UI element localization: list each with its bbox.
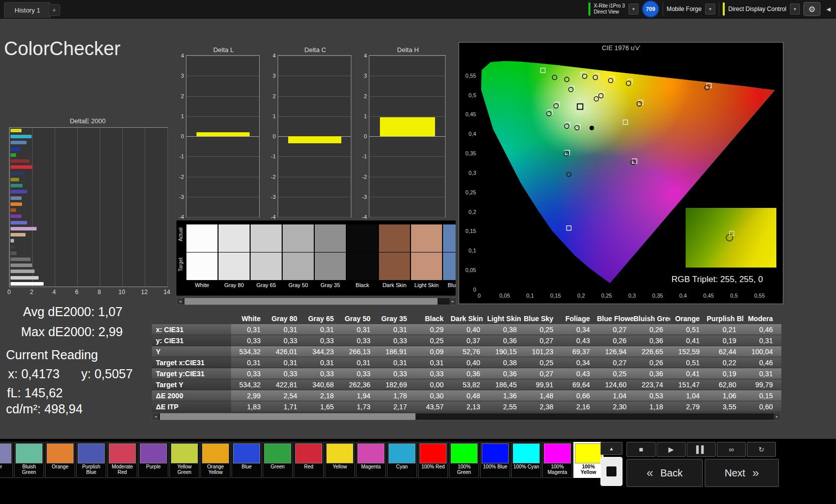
patch-button-orange[interactable]: Orange: [45, 442, 75, 478]
table-cell: 0,19: [707, 370, 743, 378]
grid-line: [186, 116, 259, 117]
table-cell: 344,23: [304, 348, 341, 356]
scroll-right-icon[interactable]: ►: [774, 413, 780, 420]
patch-button-moderate-red[interactable]: Moderate Red: [107, 442, 137, 478]
table-cell: 223,74: [634, 381, 670, 389]
grid-line: [369, 177, 445, 177]
colorchecker-swatch: Gray 80: [219, 224, 250, 288]
scrollbar-track[interactable]: [183, 298, 450, 305]
patch-button-purplish-blue[interactable]: Purplish Blue: [76, 442, 106, 478]
y-tick-label: 2: [181, 93, 184, 99]
scroll-right-icon[interactable]: ►: [450, 298, 456, 305]
swatch-scrollbar[interactable]: ◄ ►: [176, 298, 457, 305]
stop-button[interactable]: ■: [626, 442, 656, 457]
delta-c-y-axis: 43210-1-2-3-4: [270, 56, 276, 217]
patch-button-red[interactable]: Red: [294, 442, 324, 478]
cie-x-tick: 0,3: [628, 293, 636, 299]
y-tick-label: -4: [362, 214, 367, 220]
patch-button-orange-yellow[interactable]: Orange Yellow: [200, 442, 231, 478]
swatch-target: [219, 253, 250, 280]
back-button[interactable]: « Back: [626, 459, 703, 487]
next-label: Next: [725, 467, 745, 479]
meter-dropdown-chevron-icon[interactable]: ▼: [629, 4, 639, 15]
patch-button-100-green[interactable]: 100% Green: [449, 442, 479, 478]
tab-history-1[interactable]: History 1: [4, 2, 51, 18]
patch-color: [295, 443, 322, 463]
table-cell: 1,71: [268, 403, 304, 411]
grid-line: [369, 197, 445, 197]
table-cell: 0,31: [268, 326, 304, 334]
table-cell: 226,65: [634, 348, 670, 356]
display-control-selector[interactable]: Direct Display Control: [728, 6, 786, 13]
meter-selector[interactable]: X-Rite i1Pro 3 Direct View: [594, 3, 625, 15]
settings-gear-icon[interactable]: ⚙: [803, 2, 820, 16]
table-cell: 100,04: [743, 348, 780, 356]
scroll-left-icon[interactable]: ◄: [177, 298, 183, 305]
add-tab-button[interactable]: +: [48, 4, 60, 16]
table-cell: 0,25: [414, 337, 451, 345]
continuous-button[interactable]: ∞: [717, 442, 746, 457]
y-tick-label: -3: [179, 194, 184, 200]
delta-l-title: Delta L: [186, 46, 261, 54]
loop-button[interactable]: ↻: [747, 442, 776, 457]
scrollbar-thumb[interactable]: [160, 413, 415, 420]
delta-l-plot: [186, 55, 260, 217]
patch-button-100-red[interactable]: 100% Red: [418, 442, 448, 478]
patch-button-cyan[interactable]: Cyan: [387, 442, 417, 478]
y-tick-label: 2: [273, 93, 276, 99]
table-cell: 1,48: [524, 392, 560, 400]
grid-line: [278, 197, 351, 197]
swatch-label: White: [186, 282, 218, 288]
patch-label: Bluish Green: [15, 464, 44, 475]
column-header: Gray 35: [377, 315, 414, 323]
patch-button-yellow-green[interactable]: Yellow Green: [169, 442, 199, 478]
scrollbar-thumb[interactable]: [184, 298, 438, 305]
patch-button-100-magenta[interactable]: 100% Magenta: [542, 442, 572, 478]
deltae-bar: [11, 159, 30, 163]
patch-button-100-blue[interactable]: 100% Blue: [480, 442, 510, 478]
table-cell: 422,81: [268, 381, 304, 389]
patch-button-wer[interactable]: wer: [0, 442, 13, 478]
pattern-up-button[interactable]: ▲: [600, 442, 622, 455]
table-scrollbar[interactable]: ◄ ►: [152, 413, 781, 420]
display-control-chevron-icon[interactable]: ▼: [790, 4, 800, 15]
patch-color: [16, 443, 43, 463]
patch-button-green[interactable]: Green: [263, 442, 293, 478]
cie-x-tick: 0,55: [754, 293, 765, 299]
column-header: Blue Flower: [597, 315, 634, 323]
patch-button-purple[interactable]: Purple: [138, 442, 168, 478]
patch-button-magenta[interactable]: Magenta: [356, 442, 386, 478]
source-selector[interactable]: Mobile Forge: [667, 6, 702, 13]
table-row: ΔE 20002,992,542,181,941,780,300,481,361…: [152, 390, 781, 401]
colorchecker-swatch: Dark Skin: [379, 224, 410, 288]
table-cell: 0,40: [451, 359, 487, 367]
colorspace-badge[interactable]: 709: [642, 1, 659, 18]
grid-line: [278, 56, 351, 56]
pause-button[interactable]: ▌▌: [687, 442, 716, 457]
table-cell: 69,64: [560, 381, 597, 389]
x-tick-label: 0: [8, 289, 11, 296]
deltae-bar: [11, 270, 35, 273]
scroll-left-icon[interactable]: ◄: [152, 413, 159, 420]
patch-button-100-cyan[interactable]: 100% Cyan: [511, 442, 541, 478]
table-cell: 0,34: [560, 359, 597, 367]
table-cell: 0,41: [670, 337, 707, 345]
x-tick-label: 10: [118, 289, 125, 296]
pattern-window-button[interactable]: [600, 457, 622, 486]
x-tick-label: 6: [75, 289, 79, 296]
source-dropdown-chevron-icon[interactable]: ▼: [705, 4, 715, 15]
patch-button-bluish-green[interactable]: Bluish Green: [14, 442, 44, 478]
scrollbar-track[interactable]: [159, 413, 774, 420]
table-cell: 534,32: [231, 348, 268, 356]
y-tick-label: 4: [181, 53, 184, 59]
patch-button-yellow[interactable]: Yellow: [325, 442, 355, 478]
patch-label: Moderate Red: [108, 464, 137, 475]
table-cell: 0,27: [524, 337, 560, 345]
collapse-left-icon[interactable]: ◀: [824, 2, 833, 16]
play-button[interactable]: ▶: [657, 442, 686, 457]
patch-button-blue[interactable]: Blue: [232, 442, 262, 478]
target-point-icon: [729, 231, 734, 236]
swatch-actual: [443, 224, 456, 252]
next-button[interactable]: Next »: [705, 459, 779, 487]
row-label: ΔE 2000: [152, 390, 231, 401]
